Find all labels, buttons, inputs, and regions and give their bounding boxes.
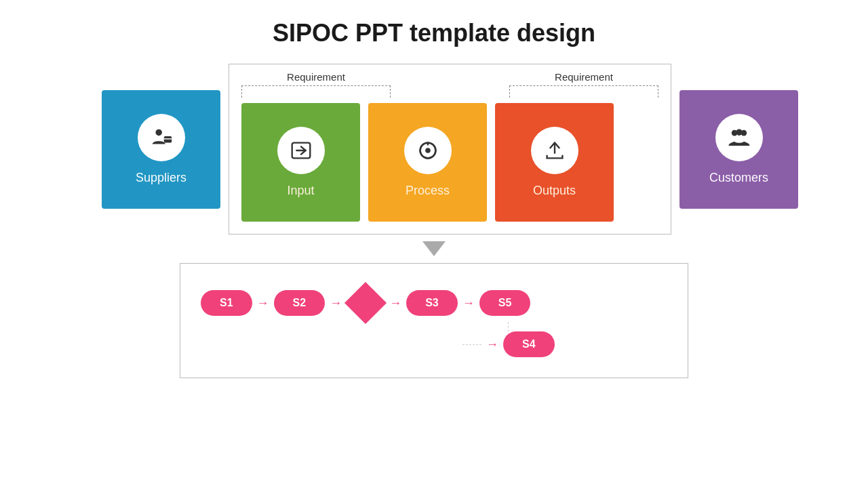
main-content: Suppliers Requirement Requirement — [0, 64, 868, 378]
card-suppliers[interactable]: Suppliers — [102, 90, 220, 209]
outputs-icon — [542, 138, 568, 163]
process-icon — [415, 138, 441, 163]
flow-section: S1 → S2 → → S3 → S5 → — [180, 263, 688, 378]
flow-diamond-wrapper — [347, 284, 384, 322]
card-customers[interactable]: Customers — [679, 90, 798, 209]
main-flow-row: S1 → S2 → → S3 → S5 — [201, 284, 555, 322]
branch-connector: → S4 — [462, 322, 555, 357]
branch-line-v — [508, 322, 509, 331]
flow-node-s3[interactable]: S3 — [406, 290, 458, 316]
customers-label: Customers — [709, 171, 768, 185]
flow-node-s4[interactable]: S4 — [503, 331, 555, 357]
bordered-box: Requirement Requirement — [229, 64, 671, 235]
suppliers-icon-circle — [138, 114, 185, 161]
s4-branch-row: → S4 — [462, 322, 555, 357]
flow-node-s2[interactable]: S2 — [274, 290, 326, 316]
flow-arrow-3: → — [384, 296, 406, 310]
req-right-bracket — [509, 85, 658, 98]
branch-line-h: → S4 — [462, 331, 555, 357]
supplier-icon — [149, 125, 174, 150]
req-right-label: Requirement — [555, 71, 613, 83]
req-left-label: Requirement — [287, 71, 345, 83]
chevron-down-icon — [417, 239, 451, 260]
suppliers-label: Suppliers — [136, 171, 186, 185]
card-outputs[interactable]: Outputs — [495, 103, 614, 222]
suppliers-wrapper: Suppliers — [102, 64, 220, 235]
process-label: Process — [406, 184, 450, 198]
card-process[interactable]: Process — [368, 103, 487, 222]
outputs-icon-circle — [531, 127, 578, 174]
req-right-group: Requirement — [509, 71, 658, 99]
input-icon-circle — [277, 127, 325, 174]
flow-diamond-node[interactable] — [344, 282, 387, 324]
card-input[interactable]: Input — [241, 103, 360, 222]
flow-arrow-2: → — [325, 296, 347, 310]
svg-marker-10 — [422, 241, 446, 256]
svg-rect-1 — [163, 136, 171, 143]
branch-arrow: → — [481, 338, 503, 352]
svg-point-0 — [155, 129, 162, 136]
customers-wrapper: Customers — [679, 64, 798, 235]
req-left-bracket — [241, 85, 391, 98]
flow-container: S1 → S2 → → S3 → S5 → — [201, 284, 555, 357]
customers-icon-circle — [715, 114, 763, 161]
process-icon-circle — [404, 127, 452, 174]
req-left-group: Requirement — [241, 71, 391, 99]
flow-arrow-1: → — [252, 296, 274, 310]
flow-arrow-4: → — [458, 296, 479, 310]
page-title: SIPOC PPT template design — [273, 19, 595, 47]
svg-point-6 — [425, 148, 431, 153]
inner-cards-row: Input Pro — [241, 103, 658, 222]
svg-point-9 — [736, 129, 743, 136]
requirement-row: Requirement Requirement — [241, 71, 658, 99]
input-icon — [288, 138, 314, 163]
sipoc-section: Suppliers Requirement Requirement — [102, 64, 766, 235]
branch-dashed-h — [462, 344, 481, 345]
customers-icon — [726, 125, 752, 150]
arrow-down-wrapper — [417, 239, 451, 260]
outputs-label: Outputs — [533, 184, 576, 198]
input-label: Input — [287, 184, 314, 198]
flow-node-s5[interactable]: S5 — [479, 290, 531, 316]
flow-node-s1[interactable]: S1 — [201, 290, 252, 316]
